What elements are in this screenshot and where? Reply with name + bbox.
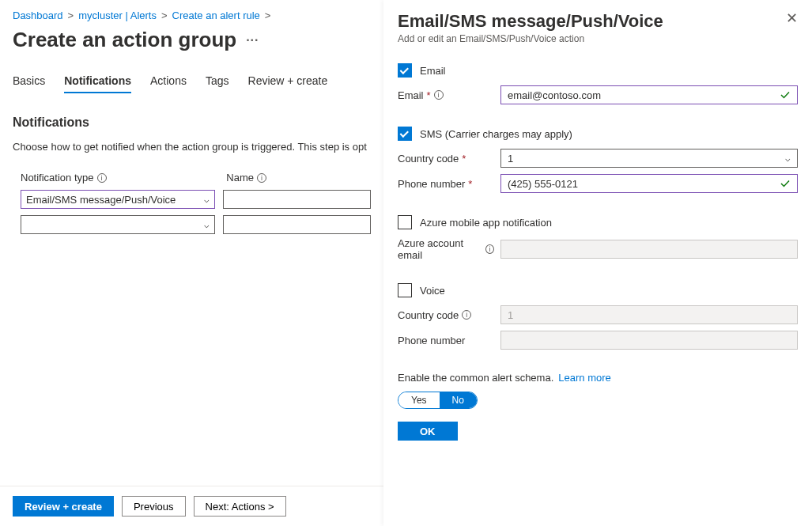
schema-toggle-yes[interactable]: Yes xyxy=(398,392,440,408)
col-header-name-label: Name xyxy=(226,172,254,184)
push-checkbox[interactable] xyxy=(398,215,412,229)
notification-type-select[interactable]: ⌵ xyxy=(21,215,215,234)
section-heading: Notifications xyxy=(13,115,371,130)
review-create-button[interactable]: Review + create xyxy=(13,496,114,517)
chevron-down-icon: ⌵ xyxy=(204,220,210,230)
voice-country-code-value: 1 xyxy=(508,309,513,321)
sms-phone-label: Phone number * xyxy=(398,178,494,190)
breadcrumb-dashboard[interactable]: Dashboard xyxy=(13,9,63,21)
side-panel: Email/SMS message/Push/Voice Add or edit… xyxy=(383,0,812,526)
notification-name-input[interactable] xyxy=(223,190,371,209)
valid-check-icon xyxy=(780,89,791,100)
breadcrumb-cluster-alerts[interactable]: mycluster | Alerts xyxy=(78,9,157,21)
voice-checkbox-label: Voice xyxy=(420,285,445,297)
push-checkbox-label: Azure mobile app notification xyxy=(420,217,552,229)
more-icon[interactable]: ··· xyxy=(246,33,259,47)
next-button[interactable]: Next: Actions > xyxy=(194,496,286,517)
footer-bar: Review + create Previous Next: Actions > xyxy=(0,486,383,526)
info-icon[interactable]: i xyxy=(462,310,471,320)
info-icon[interactable]: i xyxy=(485,244,494,254)
tab-basics[interactable]: Basics xyxy=(13,74,45,93)
table-row: Email/SMS message/Push/Voice ⌵ xyxy=(13,190,371,209)
ok-button[interactable]: OK xyxy=(398,422,458,441)
page-title-text: Create an action group xyxy=(13,28,236,52)
sms-country-code-value: 1 xyxy=(508,153,513,165)
breadcrumb-sep: > xyxy=(265,9,271,21)
notification-type-value: Email/SMS message/Push/Voice xyxy=(26,194,176,206)
voice-phone-label: Phone number xyxy=(398,335,494,346)
tab-actions[interactable]: Actions xyxy=(150,74,187,93)
section-desc: Choose how to get notified when the acti… xyxy=(13,141,371,153)
col-header-name: Name i xyxy=(226,172,371,184)
chevron-down-icon: ⌵ xyxy=(785,153,791,164)
email-checkbox[interactable] xyxy=(398,63,412,78)
email-input[interactable]: email@contoso.com xyxy=(500,85,798,104)
voice-phone-input xyxy=(500,331,798,350)
schema-toggle[interactable]: Yes No xyxy=(398,392,478,409)
panel-title: Email/SMS message/Push/Voice xyxy=(398,11,663,32)
notification-name-input[interactable] xyxy=(223,215,371,234)
breadcrumb: Dashboard > mycluster | Alerts > Create … xyxy=(13,9,371,21)
sms-country-code-select[interactable]: 1 ⌵ xyxy=(500,149,798,168)
previous-button[interactable]: Previous xyxy=(122,496,186,517)
breadcrumb-create-alert-rule[interactable]: Create an alert rule xyxy=(172,9,260,21)
info-icon[interactable]: i xyxy=(434,90,444,100)
sms-checkbox[interactable] xyxy=(398,127,412,141)
sms-phone-value: (425) 555-0121 xyxy=(508,178,578,190)
tab-notifications[interactable]: Notifications xyxy=(64,74,131,93)
table-row: ⌵ xyxy=(13,215,371,234)
sms-checkbox-label: SMS (Carrier charges may apply) xyxy=(420,128,572,140)
schema-toggle-no[interactable]: No xyxy=(440,392,477,408)
sms-country-code-label: Country code * xyxy=(398,153,494,165)
chevron-down-icon: ⌵ xyxy=(204,195,210,205)
tab-review-create[interactable]: Review + create xyxy=(248,74,328,93)
col-header-type: Notification type i xyxy=(21,172,210,184)
notification-type-select[interactable]: Email/SMS message/Push/Voice ⌵ xyxy=(21,190,215,209)
breadcrumb-sep: > xyxy=(68,9,74,21)
breadcrumb-sep: > xyxy=(161,9,168,21)
close-icon[interactable]: ✕ xyxy=(786,11,798,25)
schema-label: Enable the common alert schema. xyxy=(398,372,553,384)
push-email-input xyxy=(500,240,798,259)
voice-checkbox[interactable] xyxy=(398,283,412,297)
voice-country-code-label: Country code i xyxy=(398,309,494,321)
push-email-label: Azure account email i xyxy=(398,237,494,261)
voice-country-code-input: 1 xyxy=(500,305,798,324)
panel-subtitle: Add or edit an Email/SMS/Push/Voice acti… xyxy=(398,33,663,44)
page-title: Create an action group ··· xyxy=(13,28,371,52)
tab-tags[interactable]: Tags xyxy=(206,74,229,93)
col-header-type-label: Notification type xyxy=(21,172,94,184)
sms-phone-input[interactable]: (425) 555-0121 xyxy=(500,174,798,193)
learn-more-link[interactable]: Learn more xyxy=(558,372,610,384)
email-input-value: email@contoso.com xyxy=(508,89,601,101)
valid-check-icon xyxy=(780,178,791,189)
info-icon[interactable]: i xyxy=(97,173,107,183)
tabs: Basics Notifications Actions Tags Review… xyxy=(13,74,371,93)
email-checkbox-label: Email xyxy=(420,65,446,77)
info-icon[interactable]: i xyxy=(257,173,266,183)
email-field-label: Email * i xyxy=(398,89,494,101)
